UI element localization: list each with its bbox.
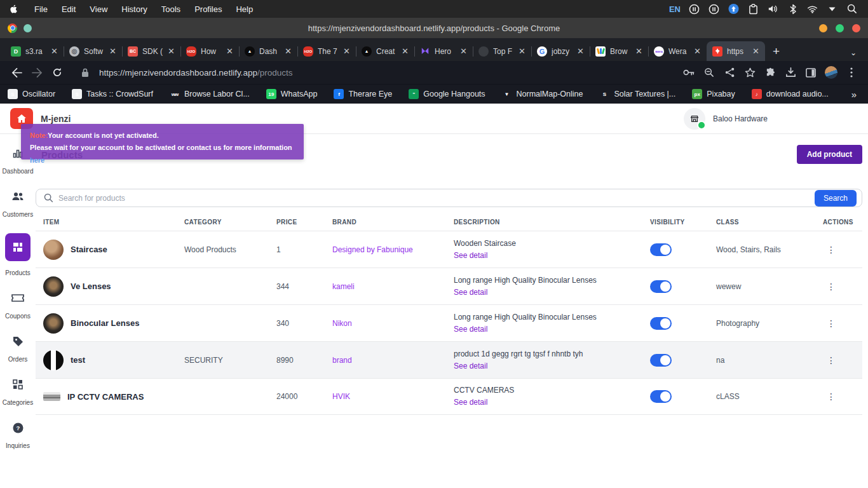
- row-actions-menu-icon[interactable]: ⋮: [823, 354, 839, 367]
- search-input[interactable]: [58, 194, 815, 203]
- window-close-button[interactable]: [852, 24, 860, 32]
- see-detail-link[interactable]: See detail: [454, 250, 487, 262]
- bookmark-normalmap[interactable]: ▼NormalMap-Online: [502, 89, 583, 99]
- tab-close-icon[interactable]: ✕: [517, 46, 527, 56]
- side-panel-icon[interactable]: [803, 65, 818, 80]
- tab-close-icon[interactable]: ✕: [692, 46, 703, 56]
- bookmark-whatsapp[interactable]: 19WhatsApp: [266, 89, 318, 99]
- visibility-toggle[interactable]: [650, 280, 672, 293]
- product-brand-link[interactable]: HVIK: [332, 392, 350, 401]
- visibility-toggle[interactable]: [650, 390, 672, 403]
- vendor-account[interactable]: Baloo Hardware: [684, 108, 768, 130]
- tab-close-icon[interactable]: ✕: [750, 46, 761, 56]
- menu-help[interactable]: Help: [229, 4, 260, 14]
- share-icon[interactable]: [722, 65, 737, 80]
- tab-active-products[interactable]: https✕: [707, 41, 765, 61]
- see-detail-link[interactable]: See detail: [454, 287, 487, 299]
- bookmark-hangouts[interactable]: ”Google Hangouts: [409, 89, 485, 99]
- reload-button[interactable]: [50, 65, 65, 80]
- row-actions-menu-icon[interactable]: ⋮: [823, 317, 839, 330]
- password-key-icon[interactable]: [681, 65, 696, 80]
- chevron-down-icon[interactable]: [827, 4, 837, 15]
- see-detail-link[interactable]: See detail: [454, 396, 487, 409]
- bookmark-solar-textures[interactable]: SSolar Textures |...: [599, 89, 675, 99]
- row-actions-menu-icon[interactable]: ⋮: [823, 243, 839, 256]
- tab-close-icon[interactable]: ✕: [224, 46, 235, 56]
- menu-view[interactable]: View: [83, 4, 114, 14]
- banner-here-link[interactable]: here: [30, 156, 44, 164]
- bookmark-therare-eye[interactable]: fTherare Eye: [334, 89, 392, 99]
- product-brand-link[interactable]: Designed by Fabunique: [332, 245, 413, 254]
- window-maximize-button[interactable]: [836, 24, 844, 32]
- search-button[interactable]: Search: [815, 190, 857, 207]
- see-detail-link[interactable]: See detail: [454, 323, 487, 336]
- menu-profiles[interactable]: Profiles: [187, 4, 229, 14]
- clipboard-icon[interactable]: [748, 4, 759, 15]
- back-button[interactable]: [9, 65, 24, 80]
- bluetooth-icon[interactable]: [787, 4, 798, 15]
- profile-avatar[interactable]: [824, 65, 839, 80]
- product-brand-link[interactable]: kameli: [332, 282, 355, 291]
- tab-softw[interactable]: ◎Softw✕: [64, 41, 122, 61]
- tab-close-icon[interactable]: ✕: [107, 46, 118, 56]
- extensions-puzzle-icon[interactable]: [763, 65, 778, 80]
- menu-edit[interactable]: Edit: [55, 4, 83, 14]
- language-indicator[interactable]: EN: [669, 4, 681, 14]
- product-brand-link[interactable]: Nikon: [332, 319, 352, 328]
- pause-status-icon[interactable]: [689, 4, 700, 15]
- see-detail-link[interactable]: See detail: [454, 360, 487, 372]
- bookmark-star-icon[interactable]: [742, 65, 757, 80]
- upload-status-icon[interactable]: [728, 4, 739, 15]
- tab-hero[interactable]: Hero✕: [414, 41, 473, 61]
- bookmark-oscillator[interactable]: SOscillator: [8, 89, 55, 99]
- window-titlebar[interactable]: https://mjenzivendordashboard.netlify.ap…: [0, 18, 868, 38]
- tab-jobzy[interactable]: Gjobzy✕: [531, 41, 590, 61]
- add-product-button[interactable]: Add product: [797, 145, 862, 164]
- tab-how[interactable]: H2OHow✕: [180, 41, 239, 61]
- tab-topf[interactable]: Top F✕: [473, 41, 531, 61]
- tab-close-icon[interactable]: ✕: [458, 46, 469, 56]
- visibility-toggle[interactable]: [650, 317, 672, 330]
- sidebar-item-orders[interactable]: Orders: [0, 335, 36, 363]
- sidebar-item-categories[interactable]: Categories: [0, 378, 36, 406]
- tab-sdk[interactable]: BCSDK (✕: [122, 41, 180, 61]
- tab-s3[interactable]: Ds3.ra✕: [5, 41, 64, 61]
- product-brand-link[interactable]: brand: [332, 356, 352, 365]
- tab-close-icon[interactable]: ✕: [341, 46, 352, 56]
- search-spotlight-icon[interactable]: [846, 4, 857, 15]
- tab-close-icon[interactable]: ✕: [49, 46, 60, 56]
- sidebar-item-inquiries[interactable]: ? Inquiries: [0, 421, 36, 449]
- bookmark-crowdsurf[interactable]: STasks :: CrowdSurf: [72, 89, 153, 99]
- tab-dash[interactable]: ▲Dash✕: [239, 41, 297, 61]
- sidebar-item-customers[interactable]: Customers: [0, 190, 36, 218]
- new-tab-button[interactable]: +: [765, 44, 789, 61]
- wifi-icon[interactable]: [807, 4, 818, 15]
- bookmark-download-audio[interactable]: ♪download audio...: [752, 89, 829, 99]
- tab-close-icon[interactable]: ✕: [166, 46, 177, 56]
- menu-file[interactable]: File: [27, 4, 55, 14]
- tab-close-icon[interactable]: ✕: [575, 46, 586, 56]
- volume-icon[interactable]: [768, 4, 778, 15]
- address-bar[interactable]: https://mjenzivendordashboard.netlify.ap…: [99, 68, 679, 78]
- bookmark-browse-labor[interactable]: wwBrowse Labor Cl...: [170, 89, 250, 99]
- window-minimize-button[interactable]: [819, 24, 827, 32]
- tab-the7[interactable]: H2OThe 7✕: [297, 41, 356, 61]
- pause-status-icon-2[interactable]: [709, 4, 719, 15]
- zoom-out-icon[interactable]: [702, 65, 717, 80]
- tab-creat[interactable]: ▲Creat✕: [356, 41, 414, 61]
- menu-tools[interactable]: Tools: [154, 4, 187, 14]
- visibility-toggle[interactable]: [650, 243, 672, 256]
- site-security-lock-icon[interactable]: [78, 65, 93, 80]
- tab-brow[interactable]: Brow✕: [590, 41, 648, 61]
- browser-menu-icon[interactable]: [844, 65, 859, 80]
- row-actions-menu-icon[interactable]: ⋮: [823, 390, 839, 403]
- tab-search-chevron-icon[interactable]: ⌄: [850, 48, 857, 57]
- tab-close-icon[interactable]: ✕: [400, 46, 410, 56]
- downloads-icon[interactable]: [783, 65, 798, 80]
- sidebar-item-products[interactable]: Products: [0, 233, 36, 276]
- bookmarks-overflow-icon[interactable]: »: [851, 89, 857, 100]
- tab-close-icon[interactable]: ✕: [283, 46, 294, 56]
- row-actions-menu-icon[interactable]: ⋮: [823, 280, 839, 293]
- forward-button[interactable]: [29, 65, 44, 80]
- tab-close-icon[interactable]: ✕: [634, 46, 644, 56]
